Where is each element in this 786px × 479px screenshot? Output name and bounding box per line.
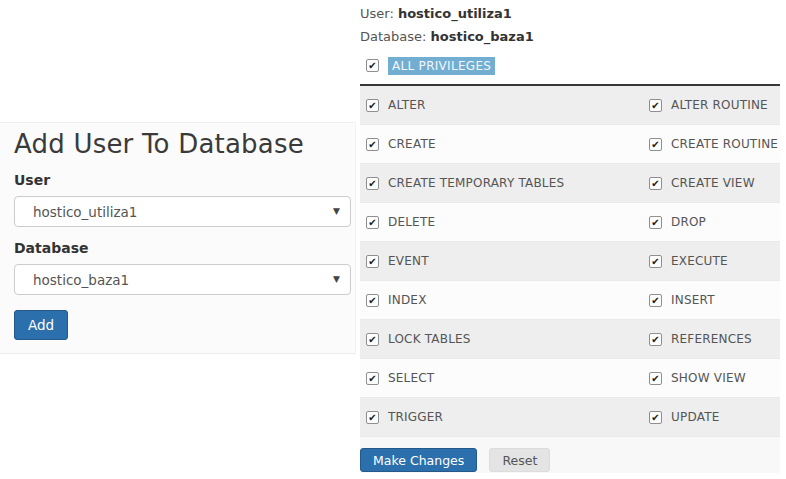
- user-select[interactable]: hostico_utiliza1 ▼: [14, 196, 351, 227]
- privilege-cell: ✔TRIGGER: [360, 398, 643, 436]
- chevron-down-icon: ▼: [333, 206, 340, 216]
- privilege-checkbox[interactable]: ✔: [366, 411, 379, 424]
- privilege-checkbox[interactable]: ✔: [649, 333, 662, 346]
- page-title: Add User To Database: [14, 129, 341, 159]
- privilege-cell: ✔CREATE ROUTINE: [643, 125, 780, 163]
- privilege-cell: ✔INDEX: [360, 281, 643, 319]
- privilege-cell: ✔CREATE VIEW: [643, 164, 780, 202]
- privilege-row: ✔ALTER✔ALTER ROUTINE: [360, 86, 780, 125]
- privilege-label: DROP: [671, 215, 706, 229]
- privilege-label: CREATE TEMPORARY TABLES: [388, 176, 564, 190]
- privilege-cell: ✔DROP: [643, 203, 780, 241]
- make-changes-button[interactable]: Make Changes: [360, 448, 477, 472]
- privilege-checkbox[interactable]: ✔: [366, 255, 379, 268]
- add-button[interactable]: Add: [14, 310, 68, 340]
- privilege-cell: ✔EXECUTE: [643, 242, 780, 280]
- user-info-value: hostico_utiliza1: [398, 6, 512, 21]
- chevron-down-icon: ▼: [333, 274, 340, 284]
- database-select-value: hostico_baza1: [33, 272, 129, 288]
- privilege-label: REFERENCES: [671, 332, 752, 346]
- reset-button[interactable]: Reset: [489, 448, 550, 472]
- privilege-label: CREATE VIEW: [671, 176, 755, 190]
- privilege-row: ✔DELETE✔DROP: [360, 203, 780, 242]
- privilege-checkbox[interactable]: ✔: [366, 177, 379, 190]
- database-select[interactable]: hostico_baza1 ▼: [14, 264, 351, 295]
- privilege-checkbox[interactable]: ✔: [649, 372, 662, 385]
- privilege-checkbox[interactable]: ✔: [366, 333, 379, 346]
- privilege-label: SHOW VIEW: [671, 371, 746, 385]
- privilege-checkbox[interactable]: ✔: [366, 372, 379, 385]
- database-field-label: Database: [14, 240, 341, 257]
- user-select-value: hostico_utiliza1: [33, 204, 137, 220]
- privilege-cell: ✔ALTER: [360, 86, 643, 124]
- privilege-cell: ✔SHOW VIEW: [643, 359, 780, 397]
- privilege-checkbox[interactable]: ✔: [649, 99, 662, 112]
- all-privileges-checkbox[interactable]: ✔: [366, 59, 379, 72]
- privilege-label: ALTER ROUTINE: [671, 98, 768, 112]
- privilege-checkbox[interactable]: ✔: [366, 99, 379, 112]
- privilege-label: UPDATE: [671, 410, 719, 424]
- privilege-cell: ✔EVENT: [360, 242, 643, 280]
- privilege-checkbox[interactable]: ✔: [649, 177, 662, 190]
- privilege-row: ✔SELECT✔SHOW VIEW: [360, 359, 780, 398]
- database-info-line: Database: hostico_baza1: [360, 29, 781, 45]
- privilege-label: CREATE: [388, 137, 436, 151]
- privilege-label: EVENT: [388, 254, 429, 268]
- privilege-label: EXECUTE: [671, 254, 728, 268]
- user-info-line: User: hostico_utiliza1: [360, 6, 781, 22]
- privilege-cell: ✔REFERENCES: [643, 320, 780, 358]
- privilege-checkbox[interactable]: ✔: [366, 294, 379, 307]
- privilege-label: TRIGGER: [388, 410, 443, 424]
- privilege-cell: ✔DELETE: [360, 203, 643, 241]
- privilege-checkbox[interactable]: ✔: [649, 255, 662, 268]
- privilege-cell: ✔CREATE: [360, 125, 643, 163]
- privilege-label: INSERT: [671, 293, 715, 307]
- all-privileges-label: ALL PRIVILEGES: [388, 57, 495, 75]
- privilege-checkbox[interactable]: ✔: [649, 138, 662, 151]
- privilege-row: ✔LOCK TABLES✔REFERENCES: [360, 320, 780, 359]
- user-field-label: User: [14, 172, 341, 189]
- privilege-label: DELETE: [388, 215, 435, 229]
- manage-privileges-panel: User: hostico_utiliza1 Database: hostico…: [360, 0, 781, 479]
- database-info-label: Database:: [360, 29, 426, 44]
- privilege-cell: ✔ALTER ROUTINE: [643, 86, 780, 124]
- privilege-checkbox[interactable]: ✔: [366, 216, 379, 229]
- privileges-footer: Make Changes Reset: [360, 437, 780, 473]
- user-info-label: User:: [360, 6, 394, 21]
- privilege-cell: ✔UPDATE: [643, 398, 780, 436]
- privilege-row: ✔CREATE TEMPORARY TABLES✔CREATE VIEW: [360, 164, 780, 203]
- privileges-table: ✔ALTER✔ALTER ROUTINE✔CREATE✔CREATE ROUTI…: [360, 84, 780, 437]
- privilege-row: ✔EVENT✔EXECUTE: [360, 242, 780, 281]
- database-info-value: hostico_baza1: [431, 29, 534, 44]
- privilege-row: ✔TRIGGER✔UPDATE: [360, 398, 780, 437]
- privilege-checkbox[interactable]: ✔: [649, 411, 662, 424]
- privilege-cell: ✔CREATE TEMPORARY TABLES: [360, 164, 643, 202]
- privilege-label: INDEX: [388, 293, 427, 307]
- privilege-cell: ✔INSERT: [643, 281, 780, 319]
- privilege-label: SELECT: [388, 371, 434, 385]
- privilege-row: ✔INDEX✔INSERT: [360, 281, 780, 320]
- all-privileges-row: ✔ ALL PRIVILEGES: [360, 57, 781, 74]
- privilege-checkbox[interactable]: ✔: [649, 216, 662, 229]
- privilege-cell: ✔SELECT: [360, 359, 643, 397]
- privilege-checkbox[interactable]: ✔: [649, 294, 662, 307]
- privilege-cell: ✔LOCK TABLES: [360, 320, 643, 358]
- add-user-to-database-panel: Add User To Database User hostico_utiliz…: [0, 122, 356, 354]
- privilege-label: LOCK TABLES: [388, 332, 471, 346]
- privilege-label: ALTER: [388, 98, 426, 112]
- privilege-row: ✔CREATE✔CREATE ROUTINE: [360, 125, 780, 164]
- privilege-label: CREATE ROUTINE: [671, 137, 778, 151]
- privilege-checkbox[interactable]: ✔: [366, 138, 379, 151]
